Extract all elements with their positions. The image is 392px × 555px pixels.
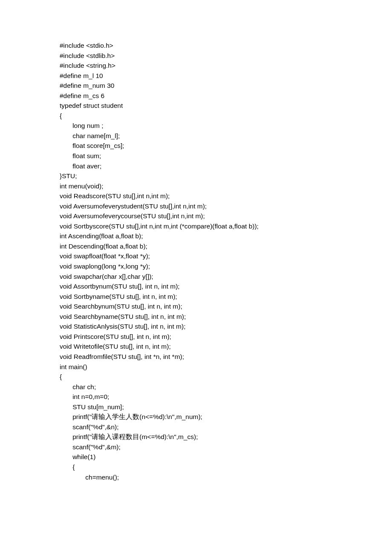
code-line: void StatisticAnlysis(STU stu[], int n, … bbox=[60, 321, 392, 332]
code-line: while(1) bbox=[60, 452, 392, 462]
code-line: int n=0,m=0; bbox=[60, 392, 392, 402]
code-line: typedef struct student bbox=[60, 101, 392, 111]
code-line: #define m_cs 6 bbox=[60, 91, 392, 101]
code-line: void Aversumofeverystudent(STU stu[],int… bbox=[60, 201, 392, 211]
code-line: void Sortbyscore(STU stu[],int n,int m,i… bbox=[60, 221, 392, 231]
code-line: void Writetofile(STU stu[], int n, int m… bbox=[60, 341, 392, 352]
code-line: void Searchbyname(STU stu[], int n, int … bbox=[60, 312, 392, 322]
code-line: #define m_num 30 bbox=[60, 81, 392, 91]
code-line: void swapchar(char x[],char y[]); bbox=[60, 272, 392, 282]
code-line: printf("请输入学生人数(n<=%d):\n",m_num); bbox=[60, 412, 392, 422]
code-line: }STU; bbox=[60, 171, 392, 181]
code-line: void swaplong(long *x,long *y); bbox=[60, 261, 392, 272]
code-line: int Descending(float a,float b); bbox=[60, 241, 392, 251]
code-line: void swapfloat(float *x,float *y); bbox=[60, 251, 392, 261]
code-line: char ch; bbox=[60, 382, 392, 392]
code-line: float score[m_cs]; bbox=[60, 141, 392, 151]
code-line: void Assortbynum(STU stu[], int n, int m… bbox=[60, 281, 392, 292]
code-line: float sum; bbox=[60, 151, 392, 161]
code-line: { bbox=[60, 111, 392, 121]
code-line: #define m_l 10 bbox=[60, 71, 392, 81]
code-line: scanf("%d",&n); bbox=[60, 422, 392, 432]
code-line: #include <stdlib.h> bbox=[60, 51, 392, 61]
code-line: void Readfromfile(STU stu[], int *n, int… bbox=[60, 352, 392, 362]
code-line: STU stu[m_num]; bbox=[60, 402, 392, 412]
code-line: void Sortbyname(STU stu[], int n, int m)… bbox=[60, 292, 392, 302]
code-line: printf("请输入课程数目(m<=%d):\n",m_cs); bbox=[60, 432, 392, 442]
code-line: int main() bbox=[60, 362, 392, 372]
code-block: #include <stdio.h> #include <stdlib.h> #… bbox=[60, 40, 392, 482]
code-line: ch=menu(); bbox=[60, 472, 392, 483]
code-line: #include <string.h> bbox=[60, 61, 392, 71]
code-line: #include <stdio.h> bbox=[60, 40, 392, 51]
code-line: long num ; bbox=[60, 121, 392, 131]
code-line: void Readscore(STU stu[],int n,int m); bbox=[60, 191, 392, 201]
code-line: void Printscore(STU stu[], int n, int m)… bbox=[60, 332, 392, 342]
code-line: { bbox=[60, 462, 392, 472]
code-line: char name[m_l]; bbox=[60, 131, 392, 141]
code-line: void Aversumofeverycourse(STU stu[],int … bbox=[60, 211, 392, 221]
code-line: scanf("%d",&m); bbox=[60, 442, 392, 452]
code-line: float aver; bbox=[60, 161, 392, 171]
code-line: int Ascending(float a,float b); bbox=[60, 231, 392, 241]
code-line: { bbox=[60, 372, 392, 382]
code-line: void Searchbynum(STU stu[], int n, int m… bbox=[60, 301, 392, 312]
code-line: int menu(void); bbox=[60, 181, 392, 191]
